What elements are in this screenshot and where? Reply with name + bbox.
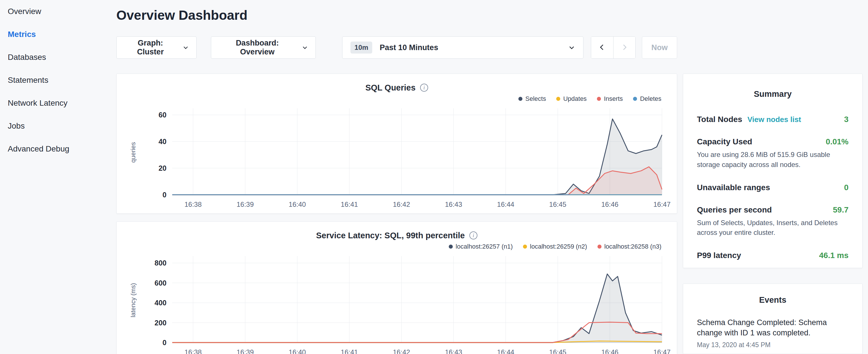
chart-body: queries 020406016:3816:3916:4016:4116:42… — [124, 104, 670, 214]
x-tick-label: 16:41 — [341, 348, 358, 354]
x-tick-label: 16:42 — [393, 348, 410, 354]
x-tick-label: 16:43 — [445, 200, 462, 208]
summary-row: Capacity Used0.01%You are using 28.6 MiB… — [697, 137, 848, 170]
chevron-down-icon — [183, 44, 189, 51]
chart-legend: SelectsUpdatesInsertsDeletes — [124, 95, 670, 103]
summary-value: 3 — [844, 115, 848, 124]
info-icon[interactable]: i — [469, 231, 477, 239]
chevron-right-icon — [621, 43, 628, 52]
sidebar-item-advanced-debug[interactable]: Advanced Debug — [0, 137, 115, 160]
legend-item[interactable]: localhost:26257 (n1) — [449, 243, 513, 250]
legend-dot-icon — [633, 97, 637, 101]
summary-title: Summary — [697, 74, 848, 99]
summary-link[interactable]: View nodes list — [747, 115, 801, 124]
dashboard-dropdown[interactable]: Dashboard: Overview — [211, 36, 316, 59]
sidebar-item-databases[interactable]: Databases — [0, 46, 115, 69]
summary-label: Queries per second — [697, 205, 772, 215]
legend-label: Selects — [525, 95, 546, 102]
legend-item[interactable]: Selects — [518, 95, 546, 102]
events-title: Events — [697, 284, 848, 305]
summary-value: 0 — [844, 183, 848, 192]
sidebar: OverviewMetricsDatabasesStatementsNetwor… — [0, 0, 115, 354]
event-item[interactable]: Schema Change Completed: Schema change w… — [697, 317, 848, 349]
y-axis-label: latency (ms) — [129, 283, 137, 317]
sidebar-item-jobs[interactable]: Jobs — [0, 115, 115, 137]
time-prev-button[interactable] — [591, 37, 613, 58]
info-icon[interactable]: i — [420, 84, 428, 92]
x-tick-label: 16:38 — [185, 200, 202, 208]
y-tick-label: 40 — [158, 137, 166, 146]
y-tick-label: 0 — [162, 339, 166, 347]
x-tick-label: 16:40 — [288, 348, 306, 354]
chart-body: latency (ms) 020040060080016:3816:3916:4… — [124, 252, 670, 354]
x-tick-label: 16:39 — [237, 348, 254, 354]
x-tick-label: 16:46 — [601, 348, 618, 354]
events-panel: Events Schema Change Completed: Schema c… — [683, 284, 863, 354]
chart-title-row: SQL Queries i — [124, 74, 670, 94]
summary-row-head: P99 latency46.1 ms — [697, 251, 848, 260]
legend-item[interactable]: Inserts — [597, 95, 623, 102]
legend-label: localhost:26259 (n2) — [530, 243, 587, 250]
summary-row: Unavailable ranges0 — [697, 183, 848, 192]
sidebar-item-network-latency[interactable]: Network Latency — [0, 92, 115, 115]
summary-description: Sum of Selects, Updates, Inserts, and De… — [697, 218, 848, 238]
series-area — [172, 167, 662, 195]
legend-label: localhost:26257 (n1) — [456, 243, 513, 250]
service-latency-chart-panel: Service Latency: SQL, 99th percentile i … — [116, 221, 677, 354]
dashboard-dropdown-text: Dashboard: Overview — [219, 39, 296, 57]
time-next-button[interactable] — [613, 37, 635, 58]
legend-item[interactable]: Deletes — [633, 95, 661, 102]
x-tick-label: 16:45 — [549, 348, 566, 354]
summary-description: You are using 28.6 MiB of 515.9 GiB usab… — [697, 150, 848, 170]
time-range-badge: 10m — [350, 41, 372, 54]
chart-legend: localhost:26257 (n1)localhost:26259 (n2)… — [124, 242, 670, 251]
time-range-dropdown[interactable]: 10m Past 10 Minutes — [342, 36, 584, 59]
x-tick-label: 16:40 — [288, 200, 306, 208]
chart-title: Service Latency: SQL, 99th percentile — [316, 231, 465, 240]
x-tick-label: 16:42 — [393, 200, 410, 208]
y-tick-label: 400 — [154, 299, 166, 307]
sidebar-nav-list: OverviewMetricsDatabasesStatementsNetwor… — [0, 0, 115, 160]
legend-item[interactable]: localhost:26258 (n3) — [597, 243, 661, 250]
x-tick-label: 16:44 — [497, 200, 515, 208]
legend-item[interactable]: Updates — [556, 95, 587, 102]
graph-dropdown[interactable]: Graph: Cluster — [116, 36, 196, 59]
legend-dot-icon — [597, 97, 601, 101]
legend-dot-icon — [523, 245, 527, 249]
time-step-button-group — [591, 36, 636, 59]
event-message: Schema Change Completed: Schema change w… — [697, 317, 848, 338]
legend-item[interactable]: localhost:26259 (n2) — [523, 243, 587, 250]
summary-label: Unavailable ranges — [697, 183, 770, 192]
summary-rows: Total NodesView nodes list3Capacity Used… — [697, 115, 848, 260]
main-content: Overview Dashboard Graph: Cluster Dashbo… — [115, 0, 677, 354]
legend-label: localhost:26258 (n3) — [604, 243, 661, 250]
legend-label: Deletes — [640, 95, 661, 102]
sidebar-item-statements[interactable]: Statements — [0, 69, 115, 92]
legend-dot-icon — [518, 97, 522, 101]
x-tick-label: 16:44 — [497, 348, 515, 354]
chevron-left-icon — [598, 43, 606, 52]
y-tick-label: 20 — [158, 164, 166, 172]
sql-queries-plot: 020406016:3816:3916:4016:4116:4216:4316:… — [124, 104, 671, 214]
now-button[interactable]: Now — [642, 36, 677, 59]
chevron-down-icon — [302, 44, 308, 51]
series-line — [172, 274, 662, 343]
summary-row-head: Capacity Used0.01% — [697, 137, 848, 147]
x-tick-label: 16:38 — [185, 348, 202, 354]
summary-row: P99 latency46.1 ms — [697, 251, 848, 260]
sidebar-item-metrics[interactable]: Metrics — [0, 23, 115, 46]
summary-label: Total Nodes — [697, 115, 742, 124]
x-tick-label: 16:45 — [549, 200, 566, 208]
summary-row-head: Total NodesView nodes list3 — [697, 115, 848, 124]
x-tick-label: 16:41 — [341, 200, 358, 208]
y-axis-label: queries — [129, 142, 137, 163]
summary-row-head: Queries per second59.7 — [697, 205, 848, 215]
series-area — [172, 119, 662, 195]
summary-value: 46.1 ms — [819, 251, 848, 260]
sidebar-item-overview[interactable]: Overview — [0, 0, 115, 23]
legend-label: Updates — [563, 95, 587, 102]
graph-dropdown-text: Graph: Cluster — [124, 39, 177, 57]
chart-title: SQL Queries — [365, 83, 415, 93]
events-list: Schema Change Completed: Schema change w… — [697, 317, 848, 349]
legend-label: Inserts — [604, 95, 623, 102]
